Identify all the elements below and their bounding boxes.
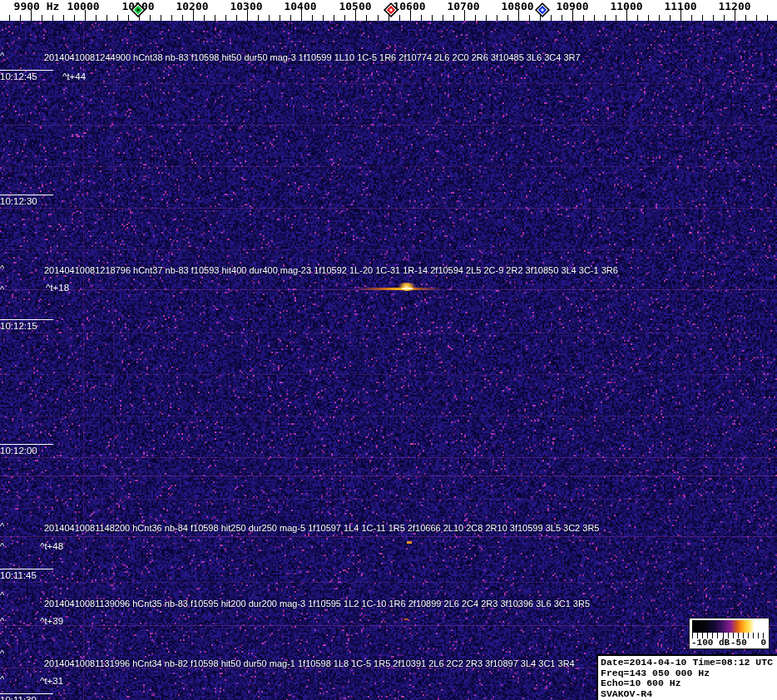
frequency-ruler[interactable]: 9900 Hz100001010010200103001040010500106… xyxy=(0,0,777,21)
info-echo: Echo=10 600 Hz xyxy=(601,678,777,689)
minor-tick xyxy=(616,15,616,21)
minor-tick xyxy=(236,15,237,21)
minor-tick xyxy=(767,15,768,21)
minor-tick xyxy=(594,15,595,21)
minor-tick xyxy=(225,15,226,21)
minor-tick xyxy=(161,15,161,21)
minor-tick xyxy=(378,15,379,21)
minor-tick xyxy=(453,15,454,21)
minor-tick xyxy=(507,15,508,21)
minor-tick xyxy=(258,15,259,21)
freq-label: 10000 xyxy=(67,0,99,12)
minor-tick xyxy=(713,15,714,21)
freq-label: 9900 Hz xyxy=(14,0,60,12)
scale-label-max: 0 xyxy=(760,638,766,648)
marker-red-diamond-icon xyxy=(383,2,399,22)
info-station-id: SVAKOV-R4 xyxy=(601,689,777,700)
minor-tick xyxy=(280,15,280,21)
freq-label: 11200 xyxy=(718,0,750,12)
minor-tick xyxy=(648,15,649,21)
minor-tick xyxy=(421,15,422,21)
color-scale-legend: -100 dB -50 0 xyxy=(689,618,770,649)
minor-tick xyxy=(475,15,476,21)
scale-label-min: -100 dB xyxy=(691,638,730,648)
minor-tick xyxy=(745,15,746,21)
minor-tick xyxy=(128,15,129,21)
freq-label: 10300 xyxy=(230,0,262,12)
minor-tick xyxy=(334,15,334,21)
minor-tick xyxy=(551,15,552,21)
minor-tick xyxy=(312,15,313,21)
minor-tick xyxy=(74,15,75,21)
minor-tick xyxy=(204,15,205,21)
minor-tick xyxy=(562,15,562,21)
minor-tick xyxy=(171,15,172,21)
minor-tick xyxy=(344,15,345,21)
minor-tick xyxy=(20,15,21,21)
color-scale-labels: -100 dB -50 0 xyxy=(690,638,769,648)
info-date-time: Date=2014-04-10 Time=08:12 UTC xyxy=(601,658,777,668)
marker-blue-diamond-icon xyxy=(534,2,551,22)
minor-tick xyxy=(42,15,42,21)
minor-tick xyxy=(659,15,660,21)
freq-label: 10800 xyxy=(501,0,533,12)
minor-tick xyxy=(529,15,530,21)
minor-tick xyxy=(497,15,497,21)
minor-tick xyxy=(670,15,671,21)
scale-label-mid: -50 xyxy=(730,638,747,648)
minor-tick xyxy=(443,15,443,21)
color-scale-gradient xyxy=(692,620,766,633)
minor-tick xyxy=(583,15,584,21)
minor-tick xyxy=(182,15,183,21)
minor-tick xyxy=(63,15,64,21)
meteor-spectrogram-screen: 9900 Hz100001010010200103001040010500106… xyxy=(0,0,777,700)
minor-tick xyxy=(366,15,367,21)
minor-tick xyxy=(637,15,638,21)
minor-tick xyxy=(96,15,97,21)
minor-tick xyxy=(756,15,757,21)
minor-tick xyxy=(702,15,703,21)
freq-label: 11100 xyxy=(664,0,696,12)
minor-tick xyxy=(106,15,107,21)
minor-tick xyxy=(150,15,151,21)
minor-tick xyxy=(724,15,725,21)
minor-tick xyxy=(432,15,433,21)
minor-tick xyxy=(605,15,606,21)
freq-label: 10200 xyxy=(176,0,208,12)
minor-tick xyxy=(691,15,692,21)
minor-tick xyxy=(269,15,270,21)
freq-label: 10500 xyxy=(339,0,371,12)
minor-tick xyxy=(117,15,118,21)
station-info-box: Date=2014-04-10 Time=08:12 UTC Freq=143 … xyxy=(596,654,777,700)
minor-tick xyxy=(215,15,215,21)
minor-tick xyxy=(52,15,53,21)
minor-tick xyxy=(290,15,291,21)
freq-label: 10900 xyxy=(556,0,588,12)
freq-label: 11000 xyxy=(610,0,642,12)
freq-label: 10400 xyxy=(284,0,316,12)
minor-tick xyxy=(323,15,324,21)
minor-tick xyxy=(399,15,400,21)
minor-tick xyxy=(486,15,487,21)
marker-green-diamond-icon xyxy=(130,2,146,22)
spectrogram-canvas[interactable] xyxy=(0,21,777,700)
minor-tick xyxy=(9,15,10,21)
freq-label: 10700 xyxy=(447,0,479,12)
